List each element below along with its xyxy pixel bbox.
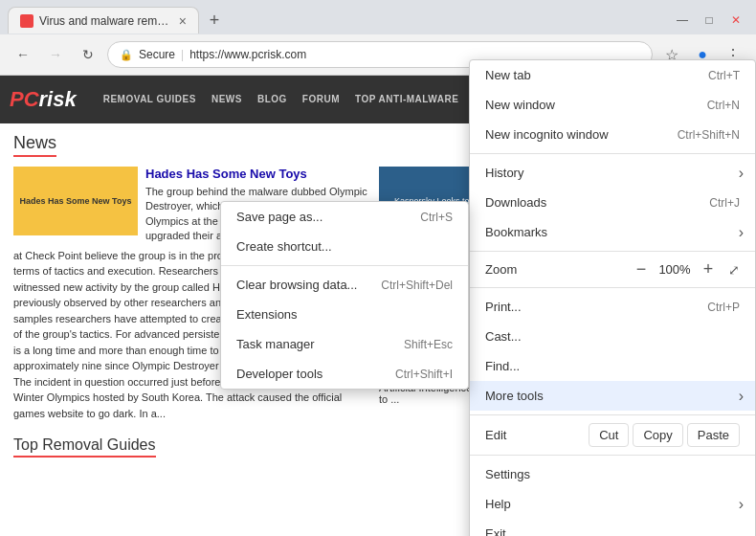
menu-zoom-row: Zoom − 100% + ⤢ bbox=[470, 256, 755, 283]
minimize-button[interactable]: — bbox=[670, 11, 695, 30]
menu-new-incognito[interactable]: New incognito window Ctrl+Shift+N bbox=[470, 120, 755, 149]
article-1-headline[interactable]: Hades Has Some New Toys bbox=[145, 167, 367, 181]
submenu-create-label: Create shortcut... bbox=[236, 239, 453, 254]
url-text: https://www.pcrisk.com bbox=[189, 48, 306, 61]
menu-divider-4 bbox=[470, 414, 755, 415]
submenu-save-shortcut: Ctrl+S bbox=[420, 211, 453, 224]
menu-new-window[interactable]: New window Ctrl+N bbox=[470, 90, 755, 120]
menu-settings-label: Settings bbox=[485, 467, 740, 481]
sub-context-menu: Save page as... Ctrl+S Create shortcut..… bbox=[220, 201, 469, 390]
menu-more-tools[interactable]: More tools bbox=[470, 381, 755, 411]
menu-divider-1 bbox=[470, 153, 755, 154]
tab-title: Virus and malware removal instr... bbox=[39, 14, 169, 28]
zoom-plus-button[interactable]: + bbox=[698, 259, 719, 279]
menu-help[interactable]: Help bbox=[470, 489, 755, 519]
menu-bookmarks-label: Bookmarks bbox=[485, 225, 740, 239]
tab-close-button[interactable]: × bbox=[179, 13, 187, 29]
submenu-clear-browsing[interactable]: Clear browsing data... Ctrl+Shift+Del bbox=[221, 270, 468, 300]
context-menu: New tab Ctrl+T New window Ctrl+N New inc… bbox=[469, 59, 756, 536]
menu-downloads-label: Downloads bbox=[485, 195, 701, 210]
submenu-divider-1 bbox=[221, 265, 468, 266]
logo-pc: PC bbox=[10, 87, 39, 112]
menu-help-label: Help bbox=[485, 497, 740, 511]
menu-exit-label: Exit bbox=[485, 526, 740, 536]
secure-label: Secure bbox=[139, 48, 175, 61]
nav-news[interactable]: NEWS bbox=[204, 76, 250, 123]
removal-guides-title: Top Removal Guides bbox=[13, 436, 156, 458]
menu-cast-label: Cast... bbox=[485, 329, 740, 344]
menu-find-label: Find... bbox=[485, 359, 732, 373]
edit-buttons: Cut Copy Paste bbox=[589, 423, 740, 447]
menu-settings[interactable]: Settings bbox=[470, 459, 755, 489]
news-section-title: News bbox=[13, 133, 56, 157]
submenu-task-shortcut: Shift+Esc bbox=[404, 338, 453, 351]
menu-bookmarks[interactable]: Bookmarks bbox=[470, 217, 755, 247]
submenu-extensions-label: Extensions bbox=[236, 307, 453, 322]
submenu-task-label: Task manager bbox=[236, 337, 396, 351]
menu-edit-label: Edit bbox=[485, 428, 581, 442]
menu-new-tab-label: New tab bbox=[485, 68, 700, 82]
menu-divider-2 bbox=[470, 251, 755, 252]
logo-risk: risk bbox=[39, 87, 77, 112]
new-tab-button[interactable]: + bbox=[203, 9, 226, 32]
edit-copy-button[interactable]: Copy bbox=[633, 423, 682, 447]
submenu-dev-label: Developer tools bbox=[236, 367, 388, 381]
menu-zoom-label: Zoom bbox=[485, 262, 623, 277]
menu-new-window-shortcut: Ctrl+N bbox=[707, 99, 740, 112]
submenu-dev-shortcut: Ctrl+Shift+I bbox=[395, 368, 453, 381]
submenu-save-page[interactable]: Save page as... Ctrl+S bbox=[221, 202, 468, 232]
menu-print-label: Print... bbox=[485, 300, 700, 314]
menu-new-tab[interactable]: New tab Ctrl+T bbox=[470, 60, 755, 90]
nav-top-antimalware[interactable]: TOP ANTI-MALWARE bbox=[347, 76, 466, 123]
menu-more-tools-label: More tools bbox=[485, 389, 740, 403]
edit-cut-button[interactable]: Cut bbox=[589, 423, 629, 447]
zoom-expand-icon[interactable]: ⤢ bbox=[728, 262, 740, 278]
nav-forum[interactable]: FORUM bbox=[295, 76, 347, 123]
menu-print-shortcut: Ctrl+P bbox=[707, 301, 740, 314]
forward-button[interactable]: → bbox=[42, 41, 69, 68]
menu-exit[interactable]: Exit bbox=[470, 519, 755, 536]
menu-history-label: History bbox=[485, 166, 740, 180]
submenu-save-label: Save page as... bbox=[236, 210, 412, 224]
submenu-clear-shortcut: Ctrl+Shift+Del bbox=[381, 279, 453, 292]
nav-removal-guides[interactable]: REMOVAL GUIDES bbox=[96, 76, 204, 123]
close-window-button[interactable]: ✕ bbox=[723, 11, 748, 30]
menu-new-incognito-shortcut: Ctrl+Shift+N bbox=[678, 128, 740, 142]
menu-downloads[interactable]: Downloads Ctrl+J bbox=[470, 188, 755, 217]
menu-downloads-shortcut: Ctrl+J bbox=[709, 196, 740, 210]
menu-find[interactable]: Find... bbox=[470, 351, 755, 381]
menu-new-window-label: New window bbox=[485, 98, 700, 112]
secure-icon: 🔒 bbox=[120, 49, 133, 61]
menu-new-tab-shortcut: Ctrl+T bbox=[708, 69, 740, 82]
menu-divider-3 bbox=[470, 287, 755, 288]
menu-cast[interactable]: Cast... bbox=[470, 322, 755, 351]
zoom-minus-button[interactable]: − bbox=[631, 259, 652, 279]
zoom-value: 100% bbox=[657, 262, 692, 277]
submenu-task-manager[interactable]: Task manager Shift+Esc bbox=[221, 329, 468, 359]
submenu-create-shortcut[interactable]: Create shortcut... bbox=[221, 232, 468, 261]
maximize-button[interactable]: □ bbox=[697, 11, 722, 30]
tab-favicon: P bbox=[20, 14, 33, 28]
window-controls: — □ ✕ bbox=[670, 11, 748, 30]
menu-print[interactable]: Print... Ctrl+P bbox=[470, 292, 755, 322]
zoom-controls: − 100% + ⤢ bbox=[631, 259, 740, 279]
menu-divider-5 bbox=[470, 455, 755, 456]
refresh-button[interactable]: ↻ bbox=[75, 41, 101, 68]
nav-blog[interactable]: BLOG bbox=[250, 76, 295, 123]
back-button[interactable]: ← bbox=[10, 41, 36, 68]
submenu-extensions[interactable]: Extensions bbox=[221, 300, 468, 329]
site-logo[interactable]: PC risk bbox=[10, 87, 77, 112]
menu-history[interactable]: History bbox=[470, 158, 755, 188]
submenu-clear-label: Clear browsing data... bbox=[236, 278, 373, 292]
menu-edit-row: Edit Cut Copy Paste bbox=[470, 419, 755, 451]
submenu-dev-tools[interactable]: Developer tools Ctrl+Shift+I bbox=[221, 359, 468, 389]
menu-new-incognito-label: New incognito window bbox=[485, 127, 670, 142]
separator: | bbox=[181, 48, 184, 61]
edit-paste-button[interactable]: Paste bbox=[687, 423, 740, 447]
tab-bar: P Virus and malware removal instr... × +… bbox=[0, 0, 756, 34]
active-tab[interactable]: P Virus and malware removal instr... × bbox=[8, 7, 199, 34]
article-1-thumbnail[interactable]: Hades Has Some New Toys bbox=[13, 167, 138, 235]
